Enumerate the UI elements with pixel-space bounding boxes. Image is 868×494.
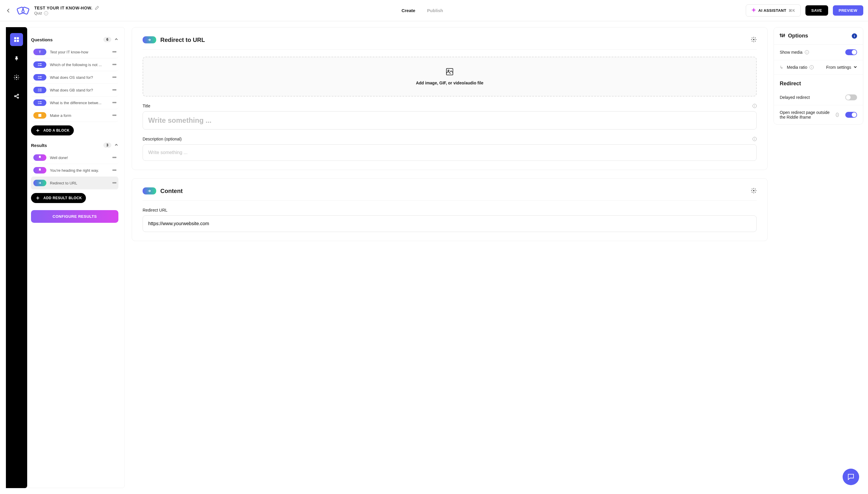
sliders-icon [780, 33, 785, 39]
delayed-redirect-toggle[interactable] [845, 94, 857, 100]
tab-publish[interactable]: Publish [427, 8, 443, 13]
nav-pin-icon[interactable] [10, 52, 23, 65]
block-item-q4[interactable]: What is the difference betwe... ••• [31, 96, 118, 109]
page-title: TEST YOUR IT KNOW-HOW. [34, 6, 92, 10]
content-card: Content Redirect URL [132, 178, 768, 241]
chevron-up-icon [114, 37, 118, 42]
open-outside-toggle[interactable] [845, 112, 857, 118]
media-ratio-dropdown[interactable]: From settings [826, 65, 857, 70]
add-media-box[interactable]: Add image, GIF, or video/audio file [143, 57, 757, 96]
app-header: TEST YOUR IT KNOW-HOW. Quiz i Create Pub… [0, 0, 868, 21]
configure-results-button[interactable]: CONFIGURE RESULTS [31, 210, 118, 223]
svg-rect-17 [39, 78, 42, 78]
gear-icon[interactable] [751, 37, 757, 43]
svg-point-29 [753, 39, 755, 40]
svg-point-31 [448, 70, 449, 71]
more-icon[interactable]: ••• [112, 74, 116, 80]
add-result-block-button[interactable]: ADD RESULT BLOCK [31, 193, 86, 203]
plus-icon [35, 195, 40, 201]
description-label: Description (optional) [143, 137, 182, 141]
svg-point-18 [38, 89, 39, 90]
tab-create[interactable]: Create [401, 8, 415, 13]
svg-rect-4 [14, 40, 16, 42]
list-block-icon [33, 74, 46, 80]
more-icon[interactable]: ••• [112, 62, 116, 68]
more-icon[interactable]: ••• [112, 112, 116, 119]
info-icon[interactable]: i [810, 65, 814, 69]
more-icon[interactable]: ••• [112, 180, 116, 186]
image-icon [446, 68, 453, 76]
title-input[interactable] [143, 111, 757, 130]
url-label: Redirect URL [143, 208, 167, 212]
chevron-down-icon [853, 65, 857, 70]
list-block-icon [33, 61, 46, 68]
svg-point-16 [38, 78, 39, 79]
svg-point-8 [17, 94, 19, 95]
result-item-redirect[interactable]: Redirect to URL ••• [31, 177, 118, 189]
svg-rect-13 [39, 65, 42, 66]
svg-rect-5 [17, 40, 19, 42]
svg-point-20 [38, 91, 39, 92]
more-icon[interactable]: ••• [112, 155, 116, 161]
svg-rect-23 [39, 101, 42, 102]
svg-rect-19 [39, 89, 42, 90]
edit-icon[interactable] [95, 6, 99, 10]
text-block-icon: T [33, 49, 46, 55]
svg-rect-11 [39, 63, 42, 64]
card-title: Content [160, 188, 183, 194]
redirect-card: Redirect to URL Add image, GIF, or video… [132, 27, 768, 170]
result-block-icon [33, 167, 46, 173]
result-item-2[interactable]: You're heading the right way. ••• [31, 164, 118, 177]
svg-rect-1 [22, 7, 29, 15]
preview-button[interactable]: PREVIEW [833, 5, 863, 16]
results-count-badge: 3 [103, 142, 111, 148]
more-icon[interactable]: ••• [112, 49, 116, 55]
save-button[interactable]: SAVE [806, 5, 828, 16]
result-block-icon [33, 154, 46, 161]
info-icon[interactable]: i [805, 50, 809, 54]
chat-fab-button[interactable] [843, 469, 859, 485]
svg-rect-3 [17, 37, 19, 39]
info-icon[interactable]: i [44, 11, 48, 15]
plus-icon [35, 128, 40, 133]
show-media-toggle[interactable] [845, 49, 857, 55]
info-icon[interactable]: i [753, 104, 757, 108]
list-block-icon [33, 99, 46, 106]
nav-settings-icon[interactable] [10, 71, 23, 84]
back-button[interactable] [5, 7, 12, 14]
nav-blocks-icon[interactable] [10, 33, 23, 46]
result-item-1[interactable]: Well done! ••• [31, 151, 118, 164]
logo-icon [15, 5, 31, 17]
svg-point-32 [753, 190, 755, 191]
nav-share-icon[interactable] [10, 90, 23, 103]
sub-arrow-icon: ↳ [780, 65, 783, 70]
block-item-q3[interactable]: What does GB stand for? ••• [31, 84, 118, 96]
results-section-header[interactable]: Results 3 [31, 139, 118, 151]
block-item-intro[interactable]: T Test your IT know-how ••• [31, 46, 118, 58]
description-input[interactable] [143, 144, 757, 161]
redirect-block-icon [33, 180, 46, 186]
add-block-button[interactable]: ADD A BLOCK [31, 126, 74, 135]
info-badge-icon[interactable]: i [852, 33, 857, 39]
more-icon[interactable]: ••• [112, 100, 116, 106]
svg-point-14 [38, 76, 39, 77]
svg-rect-2 [14, 37, 16, 39]
block-item-form[interactable]: Make a form ••• [31, 109, 118, 122]
svg-point-10 [38, 63, 39, 64]
block-item-q1[interactable]: Which of the following is not ... ••• [31, 58, 118, 71]
svg-rect-27 [39, 114, 41, 115]
block-item-q2[interactable]: What does OS stand for? ••• [31, 71, 118, 84]
redirect-url-input[interactable] [143, 215, 757, 232]
redirect-block-icon [143, 187, 156, 194]
svg-point-34 [782, 36, 783, 37]
redirect-block-icon [143, 36, 156, 43]
info-icon[interactable]: i [753, 137, 757, 141]
sparkle-icon [751, 8, 756, 13]
info-icon[interactable]: i [836, 113, 839, 117]
svg-point-35 [784, 35, 785, 36]
questions-section-header[interactable]: Questions 6 [31, 33, 118, 46]
gear-icon[interactable] [751, 188, 757, 194]
more-icon[interactable]: ••• [112, 167, 116, 173]
more-icon[interactable]: ••• [112, 87, 116, 93]
ai-assistant-button[interactable]: AI ASSISTANT ⌘K [746, 4, 801, 17]
